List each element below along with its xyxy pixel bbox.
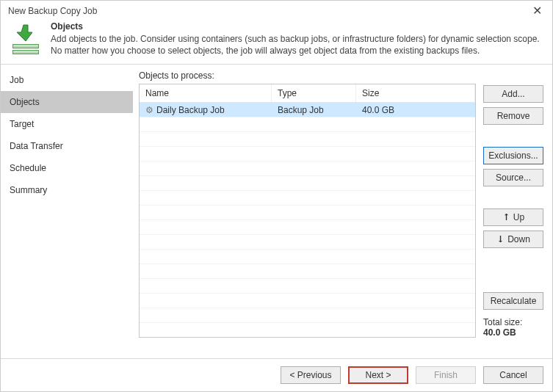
recalculate-button[interactable]: Recalculate [483, 292, 543, 310]
table-row-empty [140, 191, 475, 206]
source-button[interactable]: Source... [483, 169, 543, 186]
header-description: Add objects to the job. Consider using c… [51, 33, 545, 57]
table-header: Name Type Size [140, 84, 475, 103]
table-row-empty [140, 220, 475, 235]
table-row-empty [140, 235, 475, 250]
table-row-empty [140, 323, 475, 338]
finish-button: Finish [416, 366, 476, 384]
window-title: New Backup Copy Job [8, 6, 97, 16]
sidebar-item-target[interactable]: Target [1, 113, 133, 135]
total-size-value: 40.0 GB [483, 327, 543, 338]
arrow-up-icon: 🠕 [502, 213, 510, 222]
table-row-empty [140, 279, 475, 294]
table-row[interactable]: ⚙Daily Backup JobBackup Job40.0 GB [140, 103, 475, 117]
col-header-type[interactable]: Type [272, 84, 356, 102]
gear-icon: ⚙ [145, 106, 153, 115]
main: Objects to process: Name Type Size ⚙Dail… [133, 65, 552, 344]
table-row-empty [140, 147, 475, 161]
sidebar-item-job[interactable]: Job [1, 69, 133, 91]
add-button[interactable]: Add... [483, 85, 543, 103]
cell-name: ⚙Daily Backup Job [140, 105, 272, 115]
objects-table: Name Type Size ⚙Daily Backup JobBackup J… [139, 84, 476, 338]
col-header-size[interactable]: Size [356, 84, 475, 102]
table-row-empty [140, 264, 475, 279]
table-row-empty [140, 161, 475, 176]
table-row-empty [140, 308, 475, 323]
totals: Total size: 40.0 GB [483, 317, 543, 338]
table-row-empty [140, 132, 475, 147]
sidebar-item-schedule[interactable]: Schedule [1, 157, 133, 179]
wizard-step-icon [8, 21, 43, 57]
close-icon[interactable]: ✕ [529, 5, 545, 17]
side-button-panel: Add... Remove Exclusions... Source... 🠕U… [483, 70, 543, 338]
sidebar-item-data-transfer[interactable]: Data Transfer [1, 135, 133, 157]
remove-button[interactable]: Remove [483, 107, 543, 125]
col-header-name[interactable]: Name [140, 84, 272, 102]
objects-column: Objects to process: Name Type Size ⚙Dail… [139, 70, 476, 338]
body: Job Objects Target Data Transfer Schedul… [1, 65, 552, 344]
total-size-label: Total size: [483, 317, 543, 327]
download-arrow-icon [15, 23, 37, 43]
header: Objects Add objects to the job. Consider… [1, 18, 552, 64]
storage-bars-icon [12, 44, 39, 54]
sidebar: Job Objects Target Data Transfer Schedul… [1, 65, 133, 344]
cancel-button[interactable]: Cancel [483, 366, 543, 384]
objects-label: Objects to process: [139, 70, 476, 81]
sidebar-item-summary[interactable]: Summary [1, 179, 133, 201]
footer: < Previous Next > Finish Cancel [1, 358, 552, 391]
titlebar: New Backup Copy Job ✕ [1, 1, 552, 18]
table-row-empty [140, 250, 475, 264]
arrow-down-icon: 🠗 [496, 235, 505, 244]
previous-button[interactable]: < Previous [281, 366, 341, 384]
table-row-empty [140, 206, 475, 220]
down-button[interactable]: 🠗Down [483, 231, 543, 248]
table-row-empty [140, 294, 475, 308]
next-button[interactable]: Next > [348, 366, 408, 384]
up-button[interactable]: 🠕Up [483, 208, 543, 226]
header-text: Objects Add objects to the job. Consider… [51, 21, 545, 57]
header-heading: Objects [51, 21, 545, 32]
cell-type: Backup Job [272, 105, 356, 115]
sidebar-item-objects[interactable]: Objects [1, 91, 133, 113]
table-row-empty [140, 176, 475, 191]
exclusions-button[interactable]: Exclusions... [483, 147, 543, 164]
table-row-empty [140, 117, 475, 132]
table-body: ⚙Daily Backup JobBackup Job40.0 GB [140, 103, 475, 338]
cell-size: 40.0 GB [356, 105, 475, 115]
